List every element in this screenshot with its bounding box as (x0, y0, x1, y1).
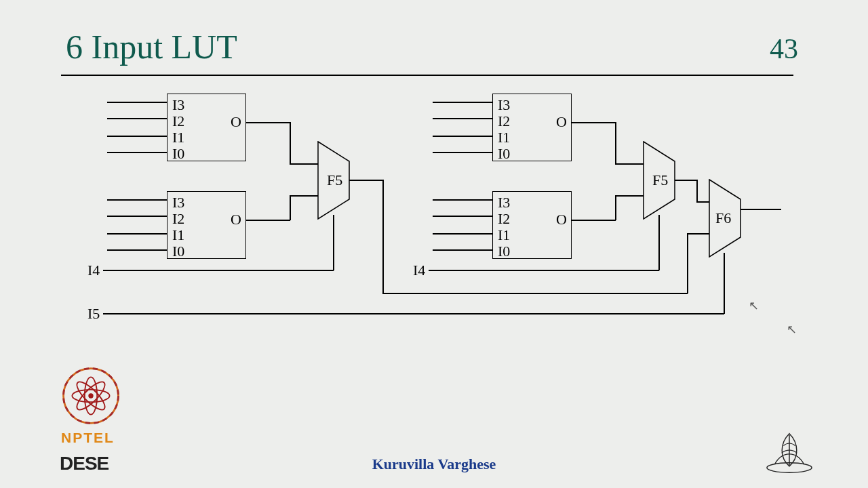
w-f5l-out-v (382, 180, 384, 293)
w-i5-h (103, 313, 724, 314)
lut1-in3-wire (107, 102, 167, 103)
w-lut1-to-mux (290, 163, 318, 165)
w-lut1-out-v (290, 122, 291, 164)
w-lut2-out-v (290, 195, 291, 220)
w-i4-right-v (658, 215, 660, 270)
lut-block-2: I3 I2 I1 I0 O (167, 191, 246, 259)
lut1-i3: I3 (172, 97, 184, 113)
lut1-in0-wire (107, 152, 167, 153)
lut-block-3: I3 I2 I1 I0 O (492, 94, 572, 161)
lut4-in1-wire (433, 233, 492, 235)
title-row: 6 Input LUT 43 (66, 27, 798, 66)
page-title: 6 Input LUT (66, 27, 237, 66)
author-name: Kuruvilla Varghese (372, 455, 496, 473)
lut1-i2: I2 (172, 113, 184, 129)
lut1-in1-wire (107, 136, 167, 137)
title-underline (61, 75, 793, 76)
lut4-in3-wire (433, 199, 492, 201)
lut2-i0: I0 (172, 243, 184, 260)
nptel-text: NPTEL (61, 430, 115, 446)
w-lut2-to-mux (290, 195, 318, 197)
lut1-out: O (231, 113, 241, 131)
w-i4-left-v (333, 215, 334, 270)
mux-f6-label: F6 (715, 209, 731, 227)
dese-text: DESE (60, 453, 108, 474)
svg-point-9 (88, 393, 93, 398)
lut3-in3-wire (433, 102, 492, 103)
w-lut2-out-h (246, 220, 290, 221)
mux-f5-left-label: F5 (327, 171, 342, 189)
lut4-i2: I2 (498, 211, 510, 227)
i4-label-right: I4 (413, 262, 425, 279)
w-f5l-out-h (349, 180, 383, 181)
cursor-icon: ↖ (749, 298, 759, 313)
nptel-logo-icon (60, 365, 122, 430)
w-lut3-out-v (615, 122, 616, 164)
w-i5-v (724, 253, 725, 314)
lut2-in2-wire (107, 216, 167, 217)
w-lut4-out-v (615, 195, 616, 220)
w-lut4-to-mux (615, 195, 644, 197)
lut1-in2-wire (107, 118, 167, 119)
lut2-i1: I1 (172, 227, 184, 243)
lut3-i1: I1 (498, 129, 510, 146)
w-lut4-out-h (572, 220, 616, 221)
lut2-out: O (231, 211, 241, 228)
mux-f6: F6 (709, 179, 741, 258)
w-f6-in1-v (687, 233, 688, 293)
lut-block-4: I3 I2 I1 I0 O (492, 191, 572, 259)
mux-f5-right: F5 (643, 141, 675, 220)
w-f6-in1-h (687, 233, 709, 235)
lut3-i3: I3 (498, 97, 510, 113)
lut-block-1: I3 I2 I1 I0 O (167, 94, 246, 161)
w-f5r-out-h1 (675, 180, 697, 181)
mux-f5-left: F5 (317, 141, 350, 220)
lut2-i3: I3 (172, 195, 184, 211)
lut2-in0-wire (107, 249, 167, 251)
w-f5r-out-v (696, 180, 698, 202)
lut1-i1: I1 (172, 129, 184, 146)
lut1-i0: I0 (172, 146, 184, 162)
w-f6-out (741, 209, 781, 210)
i5-label: I5 (87, 305, 100, 323)
page-number: 43 (770, 33, 798, 65)
lut4-i1: I1 (498, 227, 510, 243)
lut3-in0-wire (433, 152, 492, 153)
lut4-i0: I0 (498, 243, 510, 260)
lut2-in1-wire (107, 233, 167, 235)
lut3-i0: I0 (498, 146, 510, 162)
lut3-in1-wire (433, 136, 492, 137)
w-lut1-out-h (246, 122, 290, 123)
lut3-i2: I2 (498, 113, 510, 129)
w-lut3-out-h (572, 122, 616, 123)
lut2-i2: I2 (172, 211, 184, 227)
lut4-in0-wire (433, 249, 492, 251)
i4-label-left: I4 (87, 262, 100, 279)
w-i4-left (103, 270, 334, 271)
mux-f5-right-label: F5 (652, 171, 668, 189)
w-f5r-out-h2 (696, 201, 709, 203)
w-i4-right (429, 270, 659, 271)
w-lut3-to-mux (615, 163, 644, 165)
lut3-in2-wire (433, 118, 492, 119)
lut3-out: O (556, 113, 567, 131)
lut4-i3: I3 (498, 195, 510, 211)
cursor-icon: ↖ (787, 322, 797, 337)
iisc-logo-icon (765, 431, 814, 476)
lut-diagram: I3 I2 I1 I0 O I3 I2 I1 I0 O F5 I4 (0, 88, 868, 373)
lut4-in2-wire (433, 216, 492, 217)
lut4-out: O (556, 211, 567, 228)
w-f5l-to-f6bot (382, 293, 688, 294)
lut2-in3-wire (107, 199, 167, 201)
